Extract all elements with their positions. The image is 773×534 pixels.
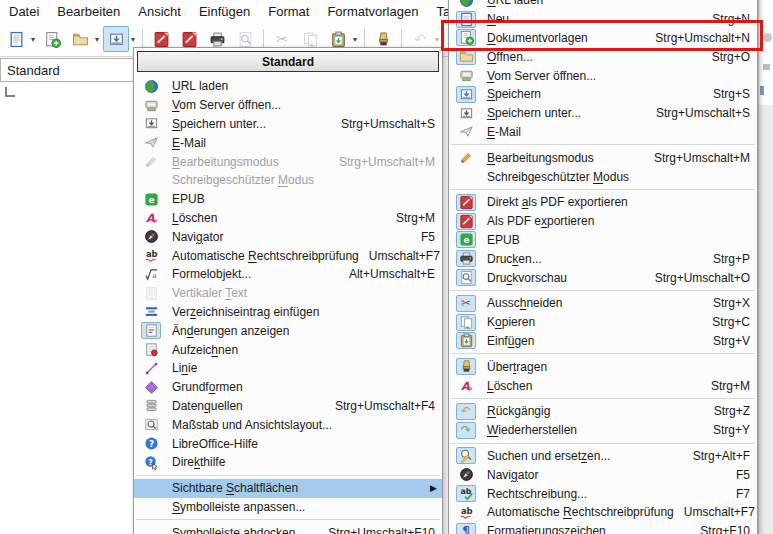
- menubar-item-format[interactable]: Format: [259, 1, 318, 22]
- menubar-item-ansicht[interactable]: Ansicht: [129, 1, 190, 22]
- pdf-icon: [456, 194, 476, 211]
- menu-item-e-mail[interactable]: E-Mail: [449, 123, 757, 142]
- menu-item-label: E-Mail: [172, 136, 206, 150]
- menu-item-anderungen-anzeigen[interactable]: Änderungen anzeigen: [134, 321, 442, 340]
- menu-item-vom-server-offnen[interactable]: Vom Server öffnen...: [134, 96, 442, 115]
- menu-item-epub[interactable]: eEPUB: [449, 231, 757, 250]
- menu-item-als-pdf-exportieren[interactable]: Als PDF exportieren: [449, 212, 757, 231]
- menu-item-direkthilfe[interactable]: ?Direkthilfe: [134, 453, 442, 472]
- menu-shortcut: Strg+M: [386, 211, 435, 225]
- menu-item-offnen[interactable]: Öffnen...Strg+O: [449, 47, 757, 66]
- toolbar-button-open[interactable]: [67, 26, 93, 52]
- menu-item-label: Schreibgeschützter Modus: [172, 173, 314, 187]
- menu-item-ausschneiden[interactable]: ✂AusschneidenStrg+X: [449, 294, 757, 313]
- menu-item-neu[interactable]: NeuStrg+N: [449, 10, 757, 29]
- menu-item-url-laden[interactable]: URL laden: [449, 0, 757, 10]
- menu-item-label: Drucken...: [487, 252, 542, 266]
- scissors-icon: ✂: [273, 30, 292, 49]
- menu-item-url-laden[interactable]: URL laden: [134, 77, 442, 96]
- menu-item-vom-server-offnen[interactable]: Vom Server öffnen...: [449, 66, 757, 85]
- menu-icon-cell: [456, 466, 481, 483]
- menu-shortcut: Strg+Umschalt+O: [645, 271, 750, 285]
- menu-item-label: URL laden: [172, 79, 228, 93]
- menu-item-verzeichniseintrag-einfugen[interactable]: Verzeichniseintrag einfügen: [134, 303, 442, 322]
- menu-item-symbolleiste-abdocken[interactable]: Symbolleiste abdockenStrg+Umschalt+F10: [134, 523, 442, 534]
- menu-item-datenquellen[interactable]: DatenquellenStrg+Umschalt+F4: [134, 397, 442, 416]
- edit-mode-icon: [141, 153, 161, 170]
- menu-item-label: URL laden: [487, 0, 543, 7]
- svg-text:?: ?: [148, 439, 153, 449]
- menu-item-dokumentvorlagen[interactable]: DokumentvorlagenStrg+Umschalt+N: [449, 29, 757, 48]
- menu-item-navigator[interactable]: NavigatorF5: [449, 465, 757, 484]
- menu-item-epub[interactable]: eEPUB: [134, 190, 442, 209]
- new-doc-icon: [456, 11, 476, 28]
- menu-item-label: Verzeichniseintrag einfügen: [172, 305, 319, 319]
- toolbar-button-new-document[interactable]: [3, 26, 29, 52]
- menu-item-linie[interactable]: Linie: [134, 359, 442, 378]
- menu-item-speichern-unter[interactable]: Speichern unter...Strg+Umschalt+S: [449, 104, 757, 123]
- menu-item-libreoffice-hilfe[interactable]: ?LibreOffice-Hilfe: [134, 434, 442, 453]
- menu-item-label: Druckvorschau: [487, 271, 567, 285]
- menu-item-massstab-und-ansichtslayout[interactable]: Maßstab und Ansichtslayout...: [134, 415, 442, 434]
- menu-item-aufzeichnen[interactable]: Aufzeichnen: [134, 340, 442, 359]
- save-icon: [456, 86, 476, 103]
- svg-text:A: A: [145, 212, 154, 225]
- menu-item-kopieren[interactable]: KopierenStrg+C: [449, 313, 757, 332]
- print-preview-icon: [236, 30, 255, 49]
- menu-item-label: Änderungen anzeigen: [172, 324, 289, 338]
- new-document-dropdown-arrow-icon[interactable]: ▾: [29, 35, 37, 44]
- menubar-item-formatvorlagen[interactable]: Formatvorlagen: [318, 1, 427, 22]
- toolbar-button-new-from-template[interactable]: [39, 26, 65, 52]
- paste-dropdown-arrow-icon[interactable]: ▾: [351, 35, 359, 44]
- menu-icon-cell: e: [141, 191, 166, 208]
- email-icon: [141, 134, 161, 151]
- menu-item-sichtbare-schaltflachen[interactable]: Sichtbare Schaltflächen▶: [134, 479, 442, 498]
- menu-item-automatische-rechtschreibprufung[interactable]: abAutomatische RechtschreibprüfungUmscha…: [134, 246, 442, 265]
- menu-item-label: Aufzeichnen: [172, 343, 238, 357]
- menubar-item-bearbeiten[interactable]: Bearbeiten: [48, 1, 129, 22]
- open-dropdown-arrow-icon[interactable]: ▾: [93, 35, 101, 44]
- menu-item-suchen-und-ersetzen[interactable]: Suchen und ersetzen...Strg+Alt+F: [449, 447, 757, 466]
- menu-item-label: Navigator: [172, 230, 223, 244]
- menu-item-loschen[interactable]: ALöschenStrg+M: [134, 209, 442, 228]
- menu-item-rechtschreibung[interactable]: abRechtschreibung...F7: [449, 484, 757, 503]
- menu-item-einfugen[interactable]: EinfügenStrg+V: [449, 332, 757, 351]
- paragraph-style-value: Standard: [7, 63, 60, 78]
- menu-item-speichern-unter[interactable]: Speichern unter...Strg+Umschalt+S: [134, 115, 442, 134]
- menu-item-drucken[interactable]: Drucken...Strg+P: [449, 249, 757, 268]
- toolbar-group-open: ▾: [67, 26, 101, 52]
- menu-item-wiederherstellen[interactable]: ↷WiederherstellenStrg+Y: [449, 421, 757, 440]
- printer-icon: [456, 250, 476, 267]
- menu-item-ruckgangig[interactable]: ↶RückgängigStrg+Z: [449, 402, 757, 421]
- menu-item-symbolleiste-anpassen[interactable]: Symbolleiste anpassen...: [134, 498, 442, 517]
- menu-icon-cell: [141, 134, 166, 151]
- menu-item-grundformen[interactable]: Grundformen: [134, 378, 442, 397]
- menu-item-formatierungszeichen[interactable]: ¶FormatierungszeichenStrg+F10: [449, 522, 757, 534]
- menu-icon-cell: ↶: [456, 403, 481, 420]
- menu-item-bearbeitungsmodus[interactable]: BearbeitungsmodusStrg+Umschalt+M: [449, 148, 757, 167]
- menu-item-loschen[interactable]: ALöschenStrg+M: [449, 376, 757, 395]
- menu-item-direkt-als-pdf-exportieren[interactable]: Direkt als PDF exportieren: [449, 193, 757, 212]
- menu-separator: [451, 443, 755, 444]
- paragraph-style-combo[interactable]: Standard: [0, 58, 142, 82]
- menu-icon-cell: [141, 97, 166, 114]
- menubar-item-datei[interactable]: Datei: [0, 1, 48, 22]
- tab-stop-selector-icon[interactable]: [5, 87, 15, 97]
- menu-item-label: Rechtschreibung...: [487, 487, 587, 501]
- menu-item-druckvorschau[interactable]: DruckvorschauStrg+Umschalt+O: [449, 268, 757, 287]
- menu-item-schreibgeschutzter-modus[interactable]: Schreibgeschützter Modus: [449, 167, 757, 186]
- menu-item-ubertragen[interactable]: Übertragen: [449, 357, 757, 376]
- menu-icon-cell: [456, 269, 481, 286]
- menu-item-speichern[interactable]: SpeichernStrg+S: [449, 85, 757, 104]
- menu-item-label: Linie: [172, 361, 197, 375]
- menu-item-e-mail[interactable]: E-Mail: [134, 133, 442, 152]
- save-dropdown-arrow-icon[interactable]: ▾: [129, 35, 137, 44]
- menu-item-navigator[interactable]: NavigatorF5: [134, 227, 442, 246]
- menu-item-automatische-rechtschreibprufung[interactable]: abAutomatische RechtschreibprüfungUmscha…: [449, 503, 757, 522]
- menubar-item-einfugen[interactable]: Einfügen: [190, 1, 259, 22]
- printer-icon: [208, 30, 227, 49]
- menu-separator: [136, 475, 440, 476]
- toolbar-button-save[interactable]: [103, 26, 129, 52]
- menu-item-formelobjekt[interactable]: aFormelobjekt...Alt+Umschalt+E: [134, 265, 442, 284]
- menu-shortcut: Umschalt+F7: [359, 249, 440, 263]
